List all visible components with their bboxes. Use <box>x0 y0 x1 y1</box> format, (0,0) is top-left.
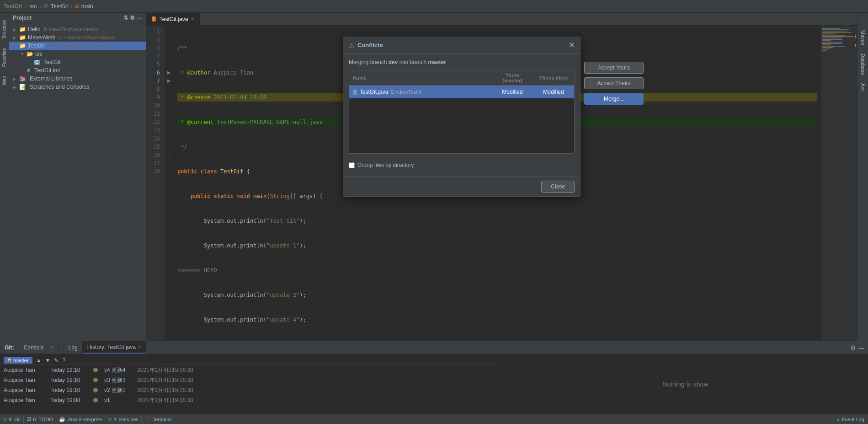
status-event-log-label: Event Log <box>841 417 864 422</box>
accept-theirs-button[interactable]: Accept Theirs <box>584 77 644 89</box>
tree-detail-testgit: E:\idea\TestMaven\TestGit <box>48 43 107 48</box>
ct-theirs-cell-1: Modified <box>533 87 574 97</box>
scratches-icon: 📝 <box>19 84 26 90</box>
status-services[interactable]: ▷ 8: Services <box>108 416 138 422</box>
log-edit-icon[interactable]: ✎ <box>54 357 59 364</box>
linenum-16: 16 <box>146 151 163 159</box>
log-time-1: Today 19:10 <box>50 367 87 373</box>
editor-tab-testgit[interactable]: ! TestGit.java ✕ <box>146 13 200 25</box>
arrow-ext-libs: ▶ <box>13 76 17 81</box>
scrollbar-indicator-1 <box>855 35 856 38</box>
tree-item-src[interactable]: ▼ 📂 src <box>9 50 146 58</box>
conflicts-close-button[interactable]: Close <box>541 181 575 193</box>
status-todo[interactable]: ☑ 6: TODO <box>27 416 53 422</box>
titlebar-app: TestGit <box>4 3 22 10</box>
maven-tab[interactable]: Maven <box>859 27 867 49</box>
log-msg-1: v4 更新4 <box>104 366 132 374</box>
sidebar-minimize-icon[interactable]: — <box>137 15 142 21</box>
sidebar-title: Project <box>13 15 32 21</box>
titlebar-file-icon: © <box>44 3 48 10</box>
tree-item-testgit-iml[interactable]: ▶ 🗎 TestGit.iml <box>9 66 146 75</box>
web-tab[interactable]: Web <box>1 72 8 89</box>
merge-button[interactable]: Merge... <box>584 93 644 105</box>
titlebar-src: src <box>29 3 37 10</box>
arrow-scratches: ▶ <box>13 85 17 90</box>
bottom-gear-icon[interactable]: ⚙ <box>850 344 856 351</box>
bottom-tab-console[interactable]: Console ✕ <box>19 341 64 354</box>
tree-item-testgit[interactable]: ▼ 📁 TestGit E:\idea\TestMaven\TestGit <box>9 42 146 50</box>
history-close[interactable]: ✕ <box>138 344 141 349</box>
log-row-2[interactable]: Auspice Tian Today 19:10 v3 更新3 2021年2月4… <box>0 375 502 385</box>
log-row-4[interactable]: Auspice Tian Today 19:08 v1 2021年2月4日19:… <box>0 395 502 405</box>
structure-tab[interactable]: Structure <box>1 16 8 43</box>
sidebar-expand-icon[interactable]: ⇅ <box>123 15 128 21</box>
linenum-7: 7 <box>146 77 163 85</box>
folder-icon-testgit: 📁 <box>19 43 26 49</box>
log-label: Log <box>69 344 78 351</box>
console-close[interactable]: ✕ <box>46 343 59 352</box>
git-log-controls: ⚑ master ▲ ▼ ✎ ? <box>0 356 502 365</box>
merge-text-pre: Merging branch <box>349 59 389 65</box>
accept-yours-button[interactable]: Accept Yours <box>584 62 644 74</box>
code-line-12: System.out.println("update 4"); <box>177 316 817 324</box>
linenum-18: 18 <box>146 167 163 176</box>
conflicts-close-x[interactable]: ✕ <box>569 41 575 49</box>
log-author-4: Auspice Tian <box>4 397 45 403</box>
sidebar-icons: ⇅ ⚙ — <box>123 15 142 21</box>
status-java-enterprise[interactable]: ☕ Java Enterprise <box>59 416 102 422</box>
status-event-log[interactable]: ● Event Log <box>837 417 864 422</box>
database-tab[interactable]: Database <box>859 50 867 79</box>
log-down-icon[interactable]: ▼ <box>45 357 51 364</box>
conflicts-icon: ⚠ <box>349 42 355 49</box>
ct-name-cell-1: ! TestGit.java E:\idea\TestM <box>349 87 492 97</box>
linenum-6: 6 <box>146 69 163 77</box>
sidebar-gear-icon[interactable]: ⚙ <box>130 15 135 21</box>
log-msg-3: v2 更新1 <box>104 386 132 394</box>
tree-item-mavenweb[interactable]: ▶ 📁 MavenWeb E:\idea\TestMaven\Maver <box>9 33 146 42</box>
titlebar-sep3: › <box>71 3 73 10</box>
bottom-panel: Git: Console ✕ Log History: TestGit.java… <box>0 341 868 414</box>
scrollbar-indicator-2 <box>855 44 856 47</box>
services-icon: ▷ <box>108 416 112 422</box>
linenum-9: 9 <box>146 93 163 102</box>
folder-icon-mavenweb: 📁 <box>19 34 26 41</box>
ct-file-name-1: TestGit.java <box>360 89 389 95</box>
bottom-tab-history[interactable]: History: TestGit.java ✕ <box>83 341 146 354</box>
tree-item-hello[interactable]: ▶ 📁 Hello E:\idea\TestMaven\Hello <box>9 25 146 33</box>
sep-2 <box>56 416 56 423</box>
status-git-label: 9: Git <box>9 417 21 422</box>
tree-item-scratches[interactable]: ▶ 📝 Scratches and Consoles <box>9 83 146 91</box>
linenum-8: 8 <box>146 85 163 93</box>
ct-empty-area <box>349 98 574 153</box>
tree-item-ext-libs[interactable]: ▶ 📚 External Libraries <box>9 75 146 83</box>
status-terminal-label: Terminal <box>153 417 172 422</box>
bottom-minimize-icon[interactable]: — <box>858 344 864 351</box>
favorites-tab[interactable]: Favorites <box>1 44 8 70</box>
log-row-1[interactable]: Auspice Tian Today 19:10 v4 更新4 2021年2月4… <box>0 365 502 375</box>
ant-tab[interactable]: Ant <box>859 80 867 95</box>
group-files-checkbox[interactable] <box>349 162 355 168</box>
log-help-icon[interactable]: ? <box>62 357 65 364</box>
status-git[interactable]: ⑆ 9: Git <box>4 417 21 422</box>
git-icon: ⑆ <box>4 417 7 422</box>
tree-item-testgit-java[interactable]: ▶ C TestGit <box>9 58 146 66</box>
conflicts-action-buttons: Accept Yours Accept Theirs Merge... <box>584 37 644 105</box>
log-row-3[interactable]: Auspice Tian Today 19:10 v2 更新1 2021年2月4… <box>0 385 502 395</box>
mini-line-8 <box>822 38 842 38</box>
bottom-tab-log[interactable]: Log <box>64 341 83 354</box>
titlebar-sep2: › <box>39 3 41 10</box>
log-dot-3 <box>92 388 99 392</box>
gutter-12 <box>165 118 174 126</box>
folder-icon-hello: 📁 <box>19 26 26 32</box>
log-msg-2: v3 更新3 <box>104 376 132 384</box>
titlebar-branch-icon: ⑆ <box>75 3 79 10</box>
status-java-ent-label: Java Enterprise <box>67 417 102 422</box>
log-up-icon[interactable]: ▲ <box>36 357 42 364</box>
dialog-title-left: ⚠ Conflicts <box>349 42 383 49</box>
editor-tab-close[interactable]: ✕ <box>191 16 194 21</box>
col-yours: Yours (master) <box>492 70 533 85</box>
linenum-17: 17 <box>146 159 163 167</box>
conflicts-row-1[interactable]: ! TestGit.java E:\idea\TestM Modified Mo… <box>349 86 574 98</box>
log-msg-4: v1 <box>104 397 132 403</box>
status-terminal[interactable]: ⬛ Terminal <box>144 416 172 422</box>
